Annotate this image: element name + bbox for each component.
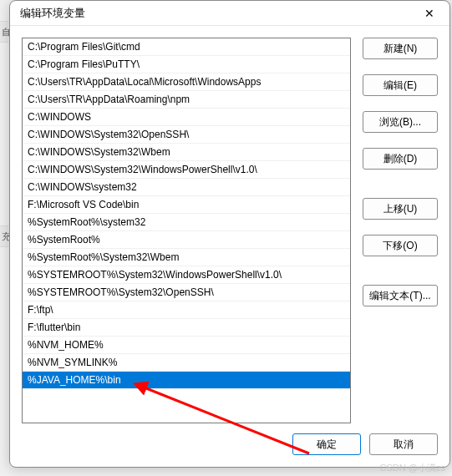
list-item[interactable]: F:\Microsoft VS Code\bin bbox=[23, 196, 350, 214]
list-item[interactable]: %SystemRoot% bbox=[23, 231, 350, 249]
list-item[interactable]: %SYSTEMROOT%\System32\WindowsPowerShell\… bbox=[23, 266, 350, 284]
spacer bbox=[363, 261, 438, 281]
env-var-dialog: 编辑环境变量 ✕ C:\Program Files\Git\cmdC:\Prog… bbox=[9, 0, 450, 468]
bg-hint: 自 bbox=[0, 21, 8, 43]
dialog-title: 编辑环境变量 bbox=[20, 6, 416, 21]
list-item[interactable]: C:\WINDOWS\System32\WindowsPowerShell\v1… bbox=[23, 161, 350, 179]
delete-button[interactable]: 删除(D) bbox=[363, 148, 438, 170]
bg-hint: 充 bbox=[0, 225, 8, 247]
ok-button[interactable]: 确定 bbox=[292, 433, 361, 455]
edit-button[interactable]: 编辑(E) bbox=[363, 74, 438, 96]
browse-button[interactable]: 浏览(B)... bbox=[363, 111, 438, 133]
list-item[interactable]: C:\WINDOWS\System32\Wbem bbox=[23, 144, 350, 161]
spacer bbox=[363, 224, 438, 230]
side-buttons: 新建(N) 编辑(E) 浏览(B)... 删除(D) 上移(U) 下移(O) 编… bbox=[363, 38, 438, 423]
cancel-button[interactable]: 取消 bbox=[369, 433, 438, 455]
list-item[interactable]: C:\Program Files\Git\cmd bbox=[23, 38, 350, 56]
list-item[interactable]: C:\WINDOWS bbox=[23, 109, 350, 126]
list-item[interactable]: %JAVA_HOME%\bin bbox=[23, 372, 350, 389]
spacer bbox=[363, 174, 438, 194]
list-item[interactable]: %SYSTEMROOT%\System32\OpenSSH\ bbox=[23, 284, 350, 301]
list-item[interactable]: %NVM_HOME% bbox=[23, 337, 350, 354]
titlebar: 编辑环境变量 ✕ bbox=[10, 1, 449, 26]
moveup-button[interactable]: 上移(U) bbox=[363, 198, 438, 220]
spacer bbox=[363, 63, 438, 70]
edittext-button[interactable]: 编辑文本(T)... bbox=[363, 285, 438, 306]
list-item[interactable]: F:\flutter\bin bbox=[23, 319, 350, 337]
movedown-button[interactable]: 下移(O) bbox=[363, 235, 438, 256]
spacer bbox=[363, 100, 438, 107]
list-item[interactable]: %SystemRoot%\System32\Wbem bbox=[23, 249, 350, 266]
dialog-footer: 确定 取消 bbox=[10, 423, 449, 467]
list-item[interactable]: C:\WINDOWS\system32 bbox=[23, 179, 350, 196]
list-item[interactable]: %SystemRoot%\system32 bbox=[23, 214, 350, 231]
list-item[interactable]: C:\WINDOWS\System32\OpenSSH\ bbox=[23, 126, 350, 144]
watermark-text: CSDN @小满zs bbox=[380, 462, 445, 474]
list-item[interactable]: C:\Users\TR\AppData\Local\Microsoft\Wind… bbox=[23, 73, 350, 91]
list-item[interactable]: C:\Users\TR\AppData\Roaming\npm bbox=[23, 91, 350, 109]
list-item[interactable]: %NVM_SYMLINK% bbox=[23, 354, 350, 372]
list-item[interactable]: C:\Program Files\PuTTY\ bbox=[23, 56, 350, 73]
path-list[interactable]: C:\Program Files\Git\cmdC:\Program Files… bbox=[23, 38, 350, 423]
path-list-container: C:\Program Files\Git\cmdC:\Program Files… bbox=[22, 38, 351, 423]
spacer bbox=[363, 137, 438, 144]
new-button[interactable]: 新建(N) bbox=[363, 38, 438, 59]
list-item[interactable]: F:\ftp\ bbox=[23, 301, 350, 319]
dialog-body: C:\Program Files\Git\cmdC:\Program Files… bbox=[10, 26, 449, 423]
close-icon[interactable]: ✕ bbox=[416, 3, 443, 23]
